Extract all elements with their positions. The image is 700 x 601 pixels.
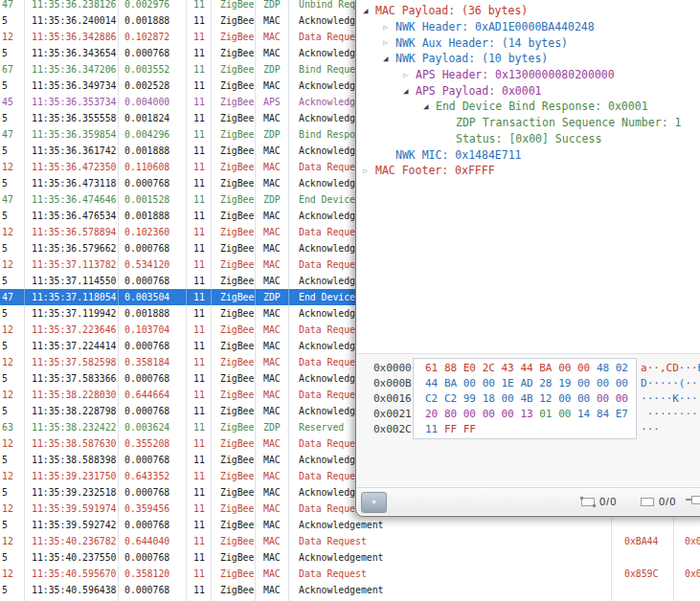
- tree-expanded-icon[interactable]: ◢: [383, 54, 395, 63]
- hex-bytes-box[interactable]: 61 88 E0 2C 43 44 BA 00 00 48 02 44 BA 0…: [413, 358, 637, 439]
- cell-channel: 11: [187, 159, 212, 175]
- hex-byte[interactable]: C2: [425, 392, 444, 405]
- hex-byte[interactable]: 88: [444, 362, 463, 374]
- cell-time: 11:35:36.355558: [25, 110, 119, 126]
- tree-node[interactable]: ◢End Device Bind Response: 0x0001: [357, 99, 700, 115]
- hex-byte[interactable]: 02: [616, 362, 635, 374]
- cell-time: 11:35:38.232422: [25, 419, 119, 435]
- cell-no: 47: [0, 126, 25, 143]
- cell-protocol: ZigBee: [212, 566, 256, 582]
- cell-no: 47: [0, 289, 25, 305]
- hex-byte[interactable]: BA: [444, 377, 463, 390]
- cell-delta: 0.102872: [119, 29, 187, 45]
- hex-byte[interactable]: 01: [539, 408, 558, 420]
- hex-byte[interactable]: 80: [444, 408, 463, 420]
- ascii-row: a··,CD···H·: [641, 361, 700, 376]
- tree-expanded-icon[interactable]: ◢: [423, 101, 436, 111]
- hex-byte[interactable]: C2: [444, 392, 463, 405]
- hex-byte[interactable]: 4B: [520, 392, 539, 405]
- hex-byte[interactable]: BA: [539, 362, 558, 374]
- cell-layer: ZDP: [256, 419, 289, 435]
- tree-node[interactable]: ▷NWK Header: 0xAD1E0000BA440248: [357, 19, 700, 35]
- cell-no: 5: [0, 240, 25, 256]
- hex-byte[interactable]: 48: [597, 362, 616, 374]
- cell-time: 11:35:36.347206: [25, 61, 119, 78]
- table-row[interactable]: 511:35:40.5964380.00076811ZigBeeMACAckno…: [0, 582, 700, 598]
- tree-node[interactable]: Status: [0x00] Success: [357, 131, 700, 147]
- cell-destination: [674, 517, 700, 533]
- hex-byte[interactable]: FF: [444, 423, 463, 435]
- hex-byte[interactable]: 11: [425, 423, 444, 435]
- hex-byte[interactable]: 00: [616, 392, 635, 405]
- cell-delta: 0.358120: [119, 566, 187, 582]
- hex-byte[interactable]: 18: [483, 392, 502, 405]
- hex-row: 61 88 E0 2C 43 44 BA 00 00 48 02: [425, 361, 636, 376]
- hex-byte[interactable]: 00: [558, 362, 577, 374]
- hex-byte[interactable]: 00: [483, 408, 502, 420]
- cell-delta: 0.003552: [119, 61, 187, 78]
- hex-byte[interactable]: FF: [463, 423, 483, 435]
- hex-byte[interactable]: 00: [558, 392, 577, 405]
- hex-byte[interactable]: 00: [597, 392, 616, 405]
- hex-byte[interactable]: E7: [616, 408, 635, 420]
- hex-byte[interactable]: 84: [597, 408, 616, 420]
- tree-node[interactable]: ◢MAC Payload: (36 bytes): [357, 3, 700, 19]
- table-row[interactable]: 1211:35:40.2367820.64404011ZigBeeMACData…: [0, 533, 700, 549]
- table-row[interactable]: 1211:35:40.5956700.35812011ZigBeeMACData…: [0, 566, 700, 582]
- hex-byte[interactable]: 00: [502, 408, 521, 420]
- tree-node[interactable]: ZDP Transaction Sequence Number: 1: [357, 115, 700, 131]
- tree-node[interactable]: ▷MAC Footer: 0xFFFF: [357, 163, 700, 179]
- tree-expanded-icon[interactable]: ◢: [363, 6, 375, 15]
- tree-node[interactable]: NWK MIC: 0x1484E711: [357, 146, 700, 163]
- hex-byte[interactable]: 00: [577, 377, 597, 390]
- tree-node[interactable]: ◢APS Payload: 0x0001: [357, 82, 700, 99]
- cell-layer: ZDP: [256, 126, 289, 143]
- cell-no: 67: [0, 61, 25, 78]
- cell-layer: MAC: [256, 566, 289, 582]
- hex-byte[interactable]: 43: [502, 362, 521, 374]
- table-row[interactable]: 511:35:39.5927420.00076811ZigBeeMACAckno…: [0, 517, 700, 533]
- hex-byte[interactable]: AD: [520, 377, 539, 390]
- hex-byte[interactable]: 44: [425, 377, 444, 390]
- tree-collapsed-icon[interactable]: ▷: [383, 23, 395, 32]
- hex-byte[interactable]: 1E: [502, 377, 521, 390]
- hex-byte[interactable]: 2C: [483, 362, 502, 374]
- hex-byte[interactable]: 00: [483, 377, 502, 390]
- hex-byte[interactable]: 00: [597, 377, 616, 390]
- expand-options-button[interactable]: ▼: [361, 492, 387, 513]
- hex-byte[interactable]: E0: [463, 362, 483, 374]
- hex-byte[interactable]: 44: [520, 362, 539, 374]
- hex-byte[interactable]: 14: [577, 408, 597, 420]
- hex-byte[interactable]: 00: [502, 392, 521, 405]
- hex-dump-pane: 0x00000x000B0x00160x00210x002C 61 88 E0 …: [357, 353, 700, 486]
- hex-byte[interactable]: 00: [558, 408, 577, 420]
- hex-byte[interactable]: 28: [539, 377, 558, 390]
- hex-byte[interactable]: 13: [520, 408, 539, 420]
- hex-byte[interactable]: 00: [463, 377, 483, 390]
- hex-byte[interactable]: 20: [425, 408, 444, 420]
- hex-byte[interactable]: 12: [539, 392, 558, 405]
- cell-channel: 11: [187, 45, 212, 61]
- cell-channel: 11: [187, 224, 212, 240]
- tree-node[interactable]: ▷NWK Aux Header: (14 bytes): [357, 34, 700, 51]
- tree-collapsed-icon[interactable]: ▷: [363, 167, 375, 175]
- tree-node[interactable]: ▷APS Header: 0x1300000080200000: [357, 67, 700, 83]
- table-row[interactable]: 511:35:40.2375500.00076811ZigBeeMACAckno…: [0, 549, 700, 566]
- ascii-row: ···: [641, 422, 700, 437]
- tree-node[interactable]: ◢NWK Payload: (10 bytes): [357, 51, 700, 67]
- panel-statusbar: ▼ 0/0 0/0: [357, 487, 700, 515]
- hex-byte[interactable]: 99: [463, 392, 483, 405]
- hex-byte[interactable]: 00: [577, 392, 597, 405]
- hex-byte[interactable]: 00: [463, 408, 483, 420]
- tree-expanded-icon[interactable]: ◢: [403, 86, 416, 96]
- hex-byte[interactable]: 19: [558, 377, 577, 390]
- cell-layer: MAC: [256, 403, 289, 419]
- tree-collapsed-icon[interactable]: ▷: [383, 38, 395, 47]
- cell-channel: 11: [187, 29, 212, 45]
- field-counter: 0/0: [641, 496, 676, 507]
- cell-time: 11:35:36.474646: [25, 191, 119, 208]
- hex-byte[interactable]: 00: [577, 362, 597, 374]
- hex-byte[interactable]: 00: [616, 377, 635, 390]
- hex-byte[interactable]: 61: [425, 362, 444, 374]
- tree-collapsed-icon[interactable]: ▷: [403, 71, 416, 79]
